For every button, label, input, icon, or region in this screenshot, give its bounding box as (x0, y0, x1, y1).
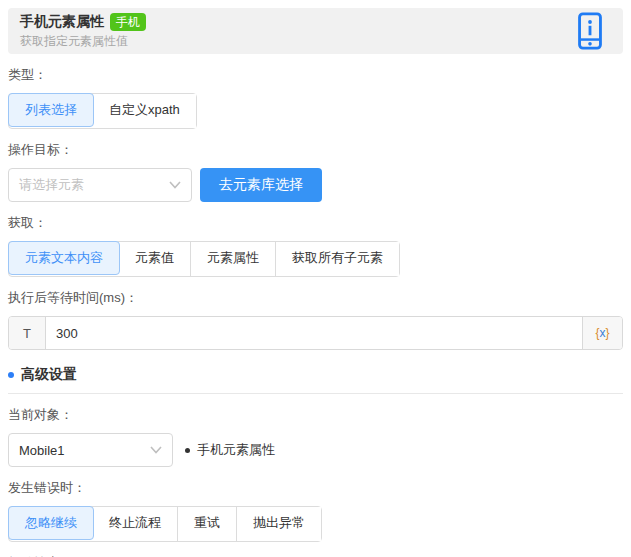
type-segmented-control: 列表选择 自定义xpath (8, 93, 197, 129)
advanced-settings-header[interactable]: 高级设置 (8, 366, 623, 384)
bullet-icon (185, 448, 190, 453)
platform-badge: 手机 (110, 13, 146, 31)
fetch-option-element-attribute[interactable]: 元素属性 (190, 242, 275, 276)
page-subtitle: 获取指定元素属性值 (20, 34, 146, 49)
component-config-panel: 手机元素属性 手机 获取指定元素属性值 类型： 列表选择 自定义xpath 操作… (0, 0, 631, 557)
type-label: 类型： (8, 66, 623, 84)
error-option-throw[interactable]: 抛出异常 (236, 507, 321, 541)
advanced-settings-title: 高级设置 (21, 366, 77, 384)
type-option-list-select[interactable]: 列表选择 (8, 93, 94, 127)
text-type-prefix: T (9, 317, 46, 349)
current-object-hint: 手机元素属性 (185, 441, 275, 459)
brace-close: } (606, 326, 610, 340)
target-label: 操作目标： (8, 141, 623, 159)
open-element-library-button[interactable]: 去元素库选择 (200, 168, 322, 202)
error-segmented-control: 忽略继续 终止流程 重试 抛出异常 (8, 506, 322, 542)
current-object-value: Mobile1 (19, 443, 65, 458)
error-label: 发生错误时： (8, 479, 623, 497)
header-titles: 手机元素属性 手机 获取指定元素属性值 (20, 13, 146, 49)
fetch-segmented-control: 元素文本内容 元素值 元素属性 获取所有子元素 (8, 241, 400, 277)
wait-time-label: 执行后等待时间(ms)： (8, 289, 623, 307)
fetch-option-all-children[interactable]: 获取所有子元素 (275, 242, 399, 276)
current-object-hint-text: 手机元素属性 (197, 441, 275, 459)
fetch-label: 获取： (8, 214, 623, 232)
wait-time-input-group: T {x} (8, 316, 623, 350)
mobile-info-icon (577, 12, 603, 50)
type-option-custom-xpath[interactable]: 自定义xpath (93, 94, 196, 128)
page-title: 手机元素属性 (20, 13, 104, 31)
chevron-down-icon (169, 181, 181, 189)
variable-picker-icon[interactable]: {x} (582, 317, 622, 349)
chevron-down-icon (150, 446, 162, 454)
fetch-option-text-content[interactable]: 元素文本内容 (8, 241, 120, 275)
target-select-placeholder: 请选择元素 (19, 176, 84, 194)
bullet-icon (8, 372, 14, 378)
fetch-option-element-value[interactable]: 元素值 (119, 242, 190, 276)
wait-time-input[interactable] (46, 317, 582, 349)
error-option-retry[interactable]: 重试 (177, 507, 236, 541)
error-option-stop-flow[interactable]: 终止流程 (93, 507, 177, 541)
current-object-select[interactable]: Mobile1 (8, 433, 173, 467)
current-object-label: 当前对象： (8, 406, 623, 424)
component-header: 手机元素属性 手机 获取指定元素属性值 (8, 8, 623, 54)
target-element-select[interactable]: 请选择元素 (8, 168, 192, 202)
section-divider (8, 393, 623, 394)
error-option-ignore-continue[interactable]: 忽略继续 (8, 506, 94, 540)
